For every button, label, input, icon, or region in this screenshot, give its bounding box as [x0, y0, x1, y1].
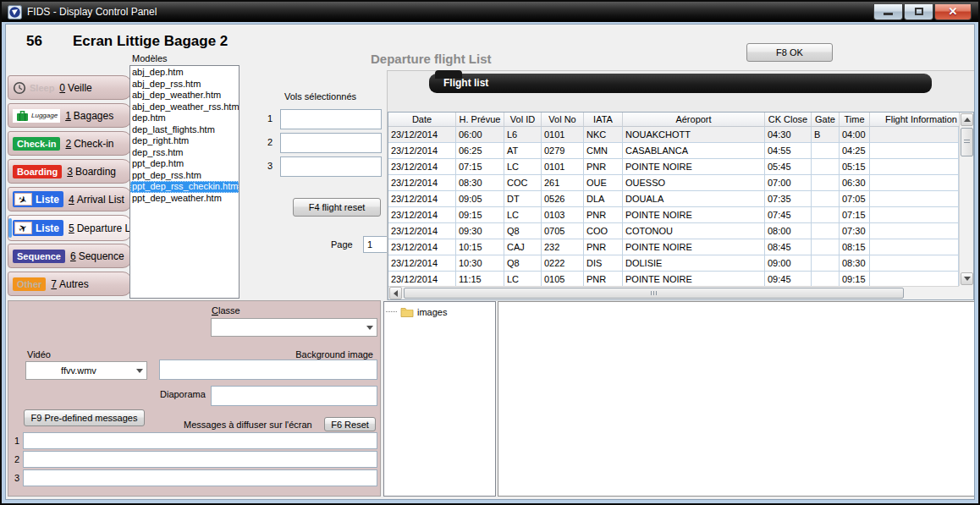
- diaporama-input[interactable]: [211, 386, 377, 406]
- column-header-flight-information[interactable]: Flight Information: [870, 113, 973, 127]
- classe-dropdown[interactable]: [211, 318, 377, 337]
- table-row[interactable]: 23/12/201409:05DT0526DLADOUALA07:3507:05: [388, 191, 959, 207]
- flight-slot-3-input[interactable]: [280, 156, 382, 177]
- scroll-left-button[interactable]: [389, 287, 402, 299]
- table-cell: 0705: [542, 223, 584, 239]
- f8-ok-button[interactable]: F8 OK: [746, 43, 833, 62]
- table-cell: 08:30: [456, 175, 504, 191]
- departure-liste-badge: ✈Liste: [13, 220, 63, 236]
- close-icon: ✕: [949, 5, 958, 18]
- table-row[interactable]: 23/12/201408:30COC261OUEOUESSO07:0006:30: [388, 175, 959, 191]
- tree-item-images[interactable]: images: [384, 302, 495, 317]
- table-cell: 09:45: [765, 272, 812, 286]
- accelerator-key: 2: [65, 138, 71, 150]
- liste-badge-label: Liste: [36, 222, 59, 234]
- table-cell: COO: [584, 223, 623, 239]
- table-cell: 04:30: [765, 127, 812, 143]
- table-cell: CMN: [584, 143, 623, 159]
- background-image-input[interactable]: [159, 360, 377, 380]
- window-frame: 56 Ecran Littige Bagage 2 Departure flig…: [2, 22, 978, 503]
- f9-predefined-messages-button[interactable]: F9 Pre-defined messages: [24, 409, 145, 426]
- table-cell: 07:15: [840, 207, 870, 223]
- scroll-down-button[interactable]: [961, 272, 973, 285]
- close-button[interactable]: ✕: [934, 4, 972, 20]
- f4-flight-reset-button[interactable]: F4 flight reset: [293, 198, 381, 217]
- flight-slot-2-input[interactable]: [280, 133, 382, 153]
- message-1-input[interactable]: [23, 432, 377, 449]
- column-header-gate[interactable]: Gate: [812, 113, 840, 127]
- f6-reset-button[interactable]: F6 Reset: [324, 417, 376, 431]
- model-list-item[interactable]: ppt_dep.htm: [130, 158, 239, 170]
- table-row[interactable]: 23/12/201411:15LC0105PNRPOINTE NOIRE09:4…: [388, 272, 959, 286]
- model-list-item[interactable]: dep.htm: [130, 113, 239, 124]
- models-listbox[interactable]: abj_dep.htmabj_dep_rss.htmabj_dep_weathe…: [129, 65, 239, 299]
- sidebar-item-bagages[interactable]: Luggage1Bagages: [8, 103, 132, 128]
- sidebar-item-boarding[interactable]: Boarding3Boarding: [8, 159, 132, 184]
- table-row[interactable]: 23/12/201410:30Q80222DISDOLISIE09:0008:3…: [388, 255, 959, 272]
- minimize-button[interactable]: [873, 4, 903, 20]
- horizontal-scroll-thumb[interactable]: [404, 288, 904, 299]
- column-header-a-roport[interactable]: Aéroport: [623, 113, 765, 127]
- sidebar-item-departure-list[interactable]: ✈Liste5Departure List: [8, 215, 132, 241]
- model-list-item[interactable]: abj_dep.htm: [130, 67, 239, 79]
- table-cell: [870, 143, 959, 159]
- sidebar-item-autres[interactable]: Other7Autres: [8, 272, 132, 296]
- table-cell: B: [812, 127, 840, 143]
- video-dropdown[interactable]: ffvv.wmv: [25, 361, 147, 380]
- sidebar-item-check-in[interactable]: Check-in2Check-in: [8, 131, 132, 156]
- accelerator-key: 6: [70, 250, 76, 262]
- model-list-item[interactable]: dep_rss.htm: [130, 147, 239, 159]
- table-cell: POINTE NOIRE: [623, 239, 765, 255]
- table-cell: DT: [504, 191, 542, 207]
- sidebar-item-arrival-list[interactable]: ✈Liste4Arrival List: [8, 187, 132, 211]
- column-header-date[interactable]: Date: [388, 113, 456, 127]
- table-row[interactable]: 23/12/201406:00L60101NKCNOUAKCHOTT04:30B…: [388, 127, 959, 143]
- table-cell: PNR: [584, 207, 623, 223]
- sidebar-item-sequence[interactable]: Sequence6Sequence: [8, 244, 132, 268]
- vertical-scrollbar[interactable]: [959, 113, 973, 286]
- flight-table-header[interactable]: DateH. PrévueVol IDVol NoIATAAéroportCK …: [388, 113, 973, 127]
- maximize-button[interactable]: [904, 4, 933, 20]
- table-row[interactable]: 23/12/201409:15LC0103PNRPOINTE NOIRE07:4…: [388, 207, 959, 223]
- model-list-item[interactable]: abj_dep_weather_rss.htm: [130, 102, 239, 113]
- column-header-h-pr-vue[interactable]: H. Prévue: [456, 113, 504, 127]
- tree-item-label: images: [417, 307, 447, 317]
- sidebar-item-label: 3Boarding: [67, 166, 116, 178]
- table-cell: [812, 191, 840, 207]
- accelerator-key: 1: [65, 110, 71, 122]
- image-folder-tree: images: [383, 301, 496, 497]
- image-preview-panel: [498, 301, 975, 497]
- chevron-down-icon: [366, 326, 373, 330]
- table-cell: LC: [504, 159, 542, 175]
- horizontal-scrollbar[interactable]: [388, 286, 973, 299]
- model-list-item[interactable]: dep_last_flights.htm: [130, 124, 239, 136]
- sidebar-item-veille[interactable]: Sleep0Veille: [8, 75, 132, 100]
- table-cell: [870, 272, 959, 286]
- model-list-item[interactable]: ppt_dep_rss.htm: [130, 170, 239, 182]
- table-cell: CASABLANCA: [623, 143, 765, 159]
- table-row[interactable]: 23/12/201406:25AT0279CMNCASABLANCA04:550…: [388, 143, 959, 159]
- scroll-up-button[interactable]: [961, 113, 973, 126]
- model-list-item[interactable]: dep_right.htm: [130, 135, 239, 147]
- model-list-item[interactable]: abj_dep_weather.htm: [130, 90, 239, 102]
- model-list-item[interactable]: ppt_dep_rss_checkin.htm: [130, 181, 239, 193]
- table-row[interactable]: 23/12/201410:15CAJ232PNRPOINTE NOIRE08:4…: [388, 239, 959, 255]
- table-row[interactable]: 23/12/201409:30Q80705COOCOTONOU08:0007:3…: [388, 223, 959, 239]
- message-2-input[interactable]: [23, 451, 377, 468]
- table-cell: L6: [504, 127, 542, 143]
- table-cell: [812, 223, 840, 239]
- message-3-input[interactable]: [23, 469, 377, 486]
- table-cell: Q8: [504, 255, 542, 272]
- vertical-scroll-thumb[interactable]: [961, 128, 973, 156]
- model-list-item[interactable]: ppt_dep_weather.htm: [130, 193, 239, 205]
- column-header-ck-close[interactable]: CK Close: [765, 113, 812, 127]
- table-cell: DOUALA: [623, 191, 765, 207]
- column-header-vol-no[interactable]: Vol No: [542, 113, 584, 127]
- table-row[interactable]: 23/12/201407:15LC0101PNRPOINTE NOIRE05:4…: [388, 159, 959, 175]
- autres-badge: Other: [13, 277, 46, 291]
- column-header-time[interactable]: Time: [840, 113, 870, 127]
- column-header-vol-id[interactable]: Vol ID: [504, 113, 542, 127]
- model-list-item[interactable]: abj_dep_rss.htm: [130, 79, 239, 91]
- column-header-iata[interactable]: IATA: [584, 113, 623, 127]
- flight-slot-1-input[interactable]: [280, 109, 382, 129]
